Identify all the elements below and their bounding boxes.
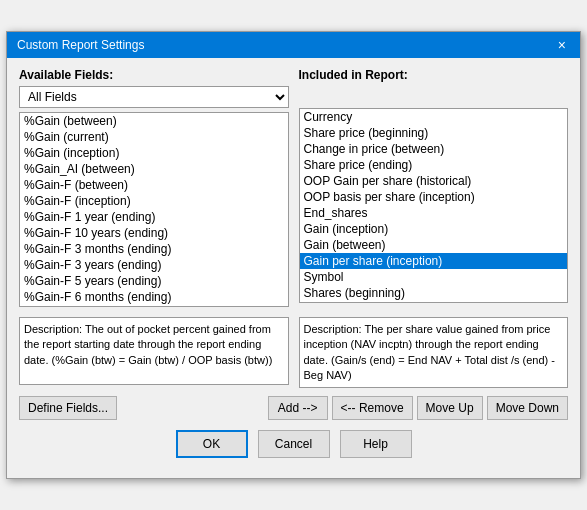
list-item[interactable]: Gain (between) bbox=[300, 237, 568, 253]
move-down-button[interactable]: Move Down bbox=[487, 396, 568, 420]
list-item[interactable]: OOP basis per share (inception) bbox=[300, 189, 568, 205]
title-bar: Custom Report Settings × bbox=[7, 32, 580, 58]
available-fields-panel: Available Fields: All Fields %Gain (betw… bbox=[19, 68, 289, 307]
list-item[interactable]: %Gain (between) bbox=[20, 113, 288, 129]
move-up-button[interactable]: Move Up bbox=[417, 396, 483, 420]
cancel-button[interactable]: Cancel bbox=[258, 430, 330, 458]
list-item[interactable]: %Gain-F 5 years (ending) bbox=[20, 273, 288, 289]
dialog-title: Custom Report Settings bbox=[17, 38, 144, 52]
list-item[interactable]: Shares (beginning) bbox=[300, 285, 568, 301]
list-item[interactable]: Share price (ending) bbox=[300, 157, 568, 173]
list-item[interactable]: Shares purchased (between) bbox=[300, 301, 568, 303]
included-description: Description: The per share value gained … bbox=[299, 317, 569, 389]
available-description: Description: The out of pocket percent g… bbox=[19, 317, 289, 385]
list-item[interactable]: %Gain-F 3 months (ending) bbox=[20, 241, 288, 257]
available-fields-label: Available Fields: bbox=[19, 68, 289, 82]
included-fields-panel: Included in Report: CurrencyShare price … bbox=[299, 68, 569, 303]
dialog-action-buttons: OK Cancel Help bbox=[19, 430, 568, 468]
list-item[interactable]: Gain per share (inception) bbox=[300, 253, 568, 269]
list-item[interactable]: %Gain-F 1 year (ending) bbox=[20, 209, 288, 225]
list-item[interactable]: %Gain-F 6 months (ending) bbox=[20, 289, 288, 305]
list-item[interactable]: %Gain-F 10 years (ending) bbox=[20, 225, 288, 241]
add-button[interactable]: Add --> bbox=[268, 396, 328, 420]
included-fields-list[interactable]: CurrencyShare price (beginning)Change in… bbox=[299, 108, 569, 303]
ok-button[interactable]: OK bbox=[176, 430, 248, 458]
remove-button[interactable]: <-- Remove bbox=[332, 396, 413, 420]
close-button[interactable]: × bbox=[554, 38, 570, 52]
define-fields-button[interactable]: Define Fields... bbox=[19, 396, 117, 420]
list-item[interactable]: Currency bbox=[300, 109, 568, 125]
list-item[interactable]: OOP Gain per share (historical) bbox=[300, 173, 568, 189]
custom-report-dialog: Custom Report Settings × Available Field… bbox=[6, 31, 581, 480]
list-item[interactable]: %Gain_AI (between) bbox=[20, 161, 288, 177]
list-item[interactable]: End_shares bbox=[300, 205, 568, 221]
help-button[interactable]: Help bbox=[340, 430, 412, 458]
list-item[interactable]: %Gain (current) bbox=[20, 129, 288, 145]
included-fields-label: Included in Report: bbox=[299, 68, 569, 82]
list-item[interactable]: %Gain (inception) bbox=[20, 145, 288, 161]
field-action-buttons: Add --> <-- Remove Move Up Move Down bbox=[268, 396, 568, 420]
define-fields-section: Define Fields... bbox=[19, 396, 117, 420]
list-item[interactable]: %Gain-F (between) bbox=[20, 177, 288, 193]
list-item[interactable]: Symbol bbox=[300, 269, 568, 285]
list-item[interactable]: %Gain-F (inception) bbox=[20, 193, 288, 209]
list-item[interactable]: Change in price (between) bbox=[300, 141, 568, 157]
list-item[interactable]: %Gain-F 3 years (ending) bbox=[20, 257, 288, 273]
list-item[interactable]: %Gain-I (between) bbox=[20, 305, 288, 307]
list-item[interactable]: Gain (inception) bbox=[300, 221, 568, 237]
list-item[interactable]: Share price (beginning) bbox=[300, 125, 568, 141]
field-filter-dropdown[interactable]: All Fields bbox=[19, 86, 289, 108]
available-fields-list[interactable]: %Gain (between)%Gain (current)%Gain (inc… bbox=[19, 112, 289, 307]
